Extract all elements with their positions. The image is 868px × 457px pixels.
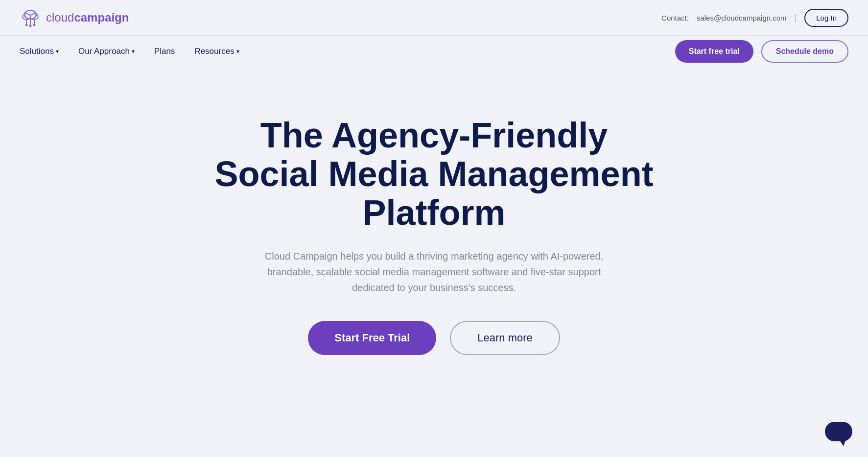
chevron-down-icon: ▾ (132, 48, 135, 55)
contact-label: Contact: (661, 14, 689, 22)
svg-point-7 (29, 25, 32, 27)
hero-learn-more-button[interactable]: Learn more (450, 321, 560, 355)
top-bar: cloudcampaign Contact: sales@cloudcampai… (0, 0, 868, 36)
nav-item-our-approach[interactable]: Our Approach ▾ (78, 47, 135, 56)
svg-point-6 (25, 24, 28, 26)
svg-point-8 (33, 24, 36, 26)
start-free-trial-button[interactable]: Start free trial (675, 40, 753, 63)
logo[interactable]: cloudcampaign (20, 7, 129, 28)
contact-email[interactable]: sales@cloudcampaign.com (697, 14, 787, 22)
hero-title: The Agency-Friendly Social Media Managem… (214, 116, 655, 233)
nav-cta-area: Start free trial Schedule demo (675, 40, 848, 63)
divider: | (795, 13, 797, 23)
nav-bar: Solutions ▾ Our Approach ▾ Plans Resourc… (0, 36, 868, 67)
logo-text: cloudcampaign (46, 11, 129, 24)
nav-item-resources[interactable]: Resources ▾ (194, 47, 239, 56)
logo-icon (20, 7, 41, 28)
hero-section: The Agency-Friendly Social Media Managem… (0, 67, 868, 385)
chat-widget-button[interactable] (825, 422, 852, 441)
nav-links: Solutions ▾ Our Approach ▾ Plans Resourc… (20, 47, 239, 56)
hero-subtitle: Cloud Campaign helps you build a thrivin… (263, 248, 606, 295)
schedule-demo-button[interactable]: Schedule demo (761, 40, 848, 63)
hero-start-free-trial-button[interactable]: Start Free Trial (308, 321, 436, 355)
chevron-down-icon: ▾ (236, 48, 239, 55)
nav-item-plans[interactable]: Plans (154, 47, 175, 56)
hero-buttons: Start Free Trial Learn more (308, 321, 560, 355)
nav-item-solutions[interactable]: Solutions ▾ (20, 47, 59, 56)
svg-point-1 (23, 14, 30, 20)
svg-point-2 (30, 14, 38, 20)
top-right-area: Contact: sales@cloudcampaign.com | Log I… (661, 9, 848, 27)
chevron-down-icon: ▾ (56, 48, 59, 55)
login-button[interactable]: Log In (804, 9, 848, 27)
